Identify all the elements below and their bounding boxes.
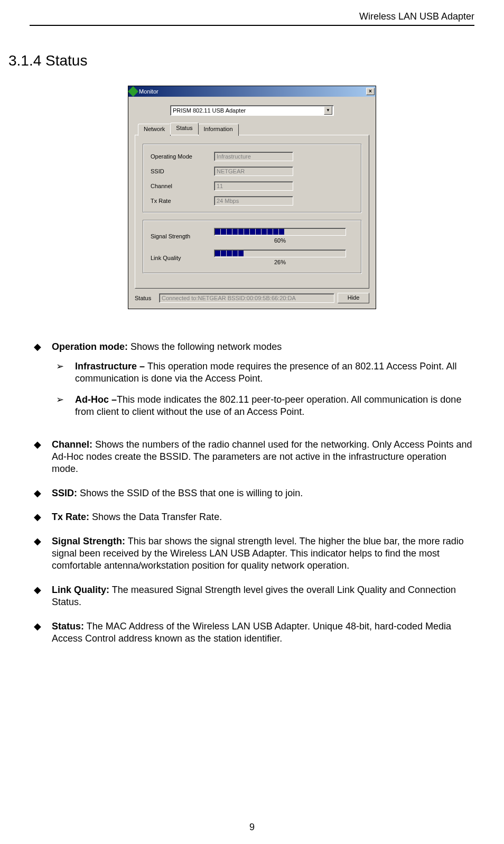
status-bold: Status: — [52, 621, 84, 632]
bar-segment — [267, 251, 273, 256]
window-title: Monitor — [139, 88, 366, 95]
ssid-bold: SSID: — [52, 488, 77, 498]
diamond-icon: ◆ — [34, 535, 52, 572]
header-title: Wireless LAN USB Adapter — [30, 11, 474, 25]
operating-mode-value: Infrastructure — [214, 152, 293, 161]
bar-segment — [227, 251, 232, 256]
ssid-label: SSID — [151, 168, 214, 175]
titlebar: Monitor × — [128, 86, 376, 97]
bar-segment — [238, 251, 244, 256]
diamond-icon: ◆ — [34, 341, 52, 427]
hide-button[interactable]: Hide — [338, 293, 369, 303]
close-icon[interactable]: × — [366, 88, 375, 95]
bar-segment — [314, 251, 319, 256]
bar-segment — [262, 251, 267, 256]
desc-channel: ◆ Channel: Shows the numbers of the radi… — [34, 439, 474, 476]
bar-segment — [256, 229, 261, 235]
bar-segment — [308, 229, 313, 235]
bar-segment — [279, 229, 284, 235]
signal-strength-bar — [214, 228, 346, 236]
tab-network[interactable]: Network — [138, 124, 171, 136]
diamond-icon: ◆ — [34, 487, 52, 499]
bar-segment — [221, 229, 226, 235]
chevron-down-icon[interactable]: ▼ — [324, 106, 332, 115]
tx-bold: Tx Rate: — [52, 512, 89, 522]
adhoc-text: This mode indicates the 802.11 peer-to-p… — [75, 394, 461, 417]
desc-ssid: ◆ SSID: Shows the SSID of the BSS that o… — [34, 487, 474, 499]
bar-segment — [279, 251, 284, 256]
bar-segment — [291, 251, 296, 256]
infra-bold: Infrastructure – — [75, 361, 147, 372]
tab-information[interactable]: Information — [198, 124, 239, 136]
diamond-icon: ◆ — [34, 584, 52, 609]
op-mode-bold: Operation mode: — [52, 341, 128, 352]
bar-segment — [256, 251, 261, 256]
adapter-selected: PRISM 802.11 USB Adapter — [173, 107, 246, 114]
page-number: 9 — [0, 821, 504, 833]
channel-text: Shows the numbers of the radio channel u… — [52, 439, 472, 475]
op-mode-text: Shows the following network modes — [128, 341, 282, 352]
adapter-select[interactable]: PRISM 802.11 USB Adapter ▼ — [170, 105, 334, 116]
desc-tx-rate: ◆ Tx Rate: Shows the Data Transfer Rate. — [34, 511, 474, 523]
link-bold: Link Quality: — [52, 585, 109, 595]
bar-segment — [238, 229, 244, 235]
bar-segment — [296, 229, 302, 235]
desc-status: ◆ Status: The MAC Address of the Wireles… — [34, 620, 474, 645]
bar-segment — [267, 229, 273, 235]
bar-segment — [227, 229, 232, 235]
section-title: 3.1.4 Status — [8, 51, 474, 70]
bar-segment — [320, 229, 325, 235]
bar-segment — [215, 229, 220, 235]
app-icon — [128, 86, 138, 97]
operating-mode-label: Operating Mode — [151, 153, 214, 160]
chevron-icon: ➢ — [56, 360, 75, 385]
link-quality-percent: 26% — [214, 258, 346, 266]
status-label: Status — [135, 294, 156, 302]
bar-segment — [273, 251, 278, 256]
bar-segment — [273, 229, 278, 235]
monitor-window: Monitor × PRISM 802.11 USB Adapter ▼ Net… — [128, 86, 376, 309]
tabs: Network Status Information — [138, 123, 369, 135]
signal-strength-percent: 60% — [214, 237, 346, 244]
ssid-text: Shows the SSID of the BSS that one is wi… — [77, 488, 303, 498]
desc-operation-mode: ◆ Operation mode: Shows the following ne… — [34, 341, 474, 427]
desc-adhoc: ➢ Ad-Hoc –This mode indicates the 802.11… — [56, 394, 474, 419]
channel-label: Channel — [151, 182, 214, 190]
bar-segment — [302, 229, 307, 235]
bar-segment — [291, 229, 296, 235]
bar-segment — [325, 251, 331, 256]
bar-segment — [250, 229, 255, 235]
ssid-value: NETGEAR — [214, 166, 293, 176]
bar-segment — [296, 251, 302, 256]
bar-segment — [250, 251, 255, 256]
bar-segment — [215, 251, 220, 256]
tx-text: Shows the Data Transfer Rate. — [89, 512, 222, 522]
bar-segment — [232, 251, 238, 256]
link-quality-label: Link Quality — [151, 254, 214, 262]
link-text: The measured Signal Strength level gives… — [52, 585, 456, 607]
diamond-icon: ◆ — [34, 620, 52, 645]
desc-link-quality: ◆ Link Quality: The measured Signal Stre… — [34, 584, 474, 609]
signal-strength-label: Signal Strength — [151, 233, 214, 240]
diamond-icon: ◆ — [34, 511, 52, 523]
desc-infrastructure: ➢ Infrastructure – This operation mode r… — [56, 360, 474, 385]
bar-segment — [285, 229, 290, 235]
description-list: ◆ Operation mode: Shows the following ne… — [30, 341, 474, 645]
bar-segment — [302, 251, 307, 256]
bar-segment — [308, 251, 313, 256]
bar-segment — [285, 251, 290, 256]
tx-rate-value: 24 Mbps — [214, 196, 293, 206]
diamond-icon: ◆ — [34, 439, 52, 476]
status-value: Connected to:NETGEAR BSSID:00:09:5B:66:2… — [159, 293, 334, 303]
adhoc-bold: Ad-Hoc – — [75, 394, 117, 405]
desc-signal-strength: ◆ Signal Strength: This bar shows the si… — [34, 535, 474, 572]
tab-status[interactable]: Status — [170, 123, 198, 135]
bar-segment — [244, 251, 249, 256]
chevron-icon: ➢ — [56, 394, 75, 419]
header-rule — [30, 25, 474, 26]
bars-group: Signal Strength 60% Link Quality 26% — [143, 220, 361, 273]
channel-bold: Channel: — [52, 439, 92, 450]
tab-panel: Operating Mode Infrastructure SSID NETGE… — [135, 135, 369, 289]
tx-rate-label: Tx Rate — [151, 197, 214, 205]
bar-segment — [320, 251, 325, 256]
